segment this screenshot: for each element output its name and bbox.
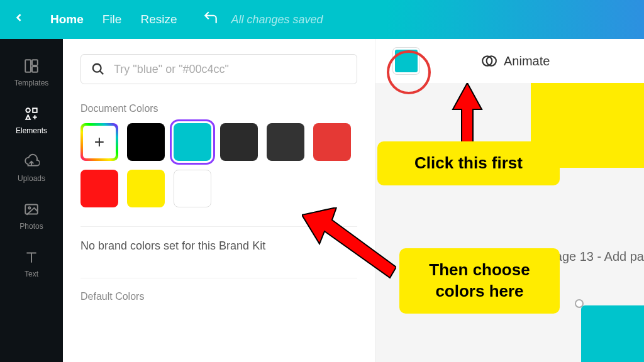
color-swatch[interactable] (220, 123, 258, 161)
photos-icon (23, 200, 40, 218)
animate-button[interactable]: Animate (481, 53, 550, 69)
canvas-area: Animate Page 13 - Add pa (375, 39, 644, 362)
color-swatch[interactable] (80, 170, 118, 207)
canvas-toolbar: Animate (375, 39, 644, 83)
svg-marker-11 (453, 83, 482, 143)
animate-icon (481, 53, 497, 69)
annotation-callout-1: Click this first (377, 141, 560, 185)
color-swatch[interactable] (313, 123, 351, 161)
color-search[interactable] (80, 54, 357, 84)
search-icon (91, 62, 105, 76)
resize-handle[interactable] (575, 299, 584, 308)
color-swatch[interactable] (127, 170, 165, 207)
document-colors-heading: Document Colors (80, 103, 357, 114)
document-colors-grid: + (80, 123, 357, 207)
sidebar-label: Uploads (18, 174, 45, 183)
color-swatch[interactable] (127, 123, 165, 161)
elements-icon (23, 105, 40, 123)
default-colors-heading: Default Colors (80, 291, 357, 302)
top-bar: Home File Resize All changes saved (0, 0, 644, 39)
sidebar-item-photos[interactable]: Photos (0, 192, 63, 239)
sidebar-label: Elements (16, 126, 47, 135)
svg-rect-1 (32, 60, 38, 65)
page-indicator[interactable]: Page 13 - Add pa (547, 250, 644, 264)
undo-icon[interactable] (203, 9, 219, 30)
svg-rect-4 (33, 108, 36, 112)
search-input[interactable] (114, 63, 347, 76)
color-swatch[interactable] (174, 170, 211, 207)
sidebar-item-text[interactable]: Text (0, 239, 63, 287)
animate-label: Animate (504, 54, 550, 69)
color-swatch[interactable] (174, 123, 211, 161)
sidebar-item-templates[interactable]: Templates (0, 48, 63, 96)
uploads-icon (23, 153, 40, 170)
canvas-element-cyan[interactable] (581, 305, 644, 362)
nav-home[interactable]: Home (50, 13, 84, 26)
sidebar-label: Text (25, 270, 38, 278)
fill-color-button[interactable] (393, 48, 419, 74)
svg-point-3 (26, 108, 30, 112)
text-icon (23, 248, 40, 266)
svg-point-6 (28, 207, 30, 209)
svg-marker-12 (302, 207, 396, 278)
annotation-callout-2: Then choose colors here (399, 248, 560, 314)
sidebar-label: Templates (14, 79, 49, 87)
nav-file[interactable]: File (103, 13, 122, 26)
back-chevron-icon[interactable] (13, 11, 31, 28)
annotation-arrow-1 (452, 83, 483, 145)
annotation-arrow-2 (302, 207, 396, 285)
color-swatch[interactable] (267, 123, 304, 161)
sidebar-item-uploads[interactable]: Uploads (0, 144, 63, 192)
save-status: All changes saved (231, 13, 323, 26)
nav-resize[interactable]: Resize (140, 13, 177, 26)
svg-rect-0 (25, 60, 31, 72)
svg-line-8 (100, 71, 104, 75)
templates-icon (23, 57, 40, 75)
color-panel: Document Colors + No brand colors set fo… (63, 39, 375, 362)
add-color-swatch[interactable]: + (80, 123, 118, 161)
svg-rect-2 (32, 67, 38, 72)
side-nav: Templates Elements Uploads Photos Text (0, 39, 63, 362)
sidebar-item-elements[interactable]: Elements (0, 96, 63, 144)
sidebar-label: Photos (19, 222, 43, 231)
svg-point-7 (93, 64, 101, 72)
